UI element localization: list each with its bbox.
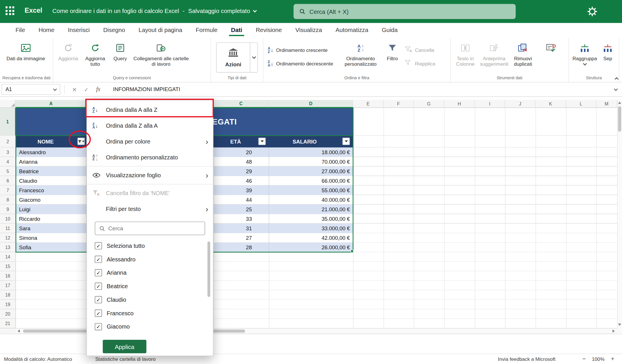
cell-salary[interactable]: 26.000,00 € [269, 243, 353, 252]
row-header-1[interactable]: 1 [0, 108, 16, 135]
formula-content[interactable]: INFORMAZIONI IMPIEGATI [113, 86, 180, 93]
column-header-l[interactable]: L [566, 100, 596, 108]
formula-bar-expand-icon[interactable] [614, 87, 618, 91]
filter-button[interactable]: Filtro [382, 40, 403, 63]
cell-name[interactable]: Sofia [16, 243, 87, 252]
row-header-4[interactable]: 4 [0, 157, 16, 167]
row-header-15[interactable]: 15 [0, 262, 16, 271]
filter-search-input[interactable] [108, 225, 201, 231]
row-header-6[interactable]: 6 [0, 176, 16, 186]
cell-name[interactable]: Claudio [16, 176, 87, 186]
filter-option[interactable]: ✓ Beatrice [87, 280, 213, 293]
cell-age[interactable]: 48 [213, 157, 269, 167]
row-header-14[interactable]: 14 [0, 252, 16, 262]
column-header-m[interactable]: M [596, 100, 617, 108]
cell-age[interactable]: 27 [213, 233, 269, 243]
flash-fill-button[interactable]: Anteprima suggerimenti [478, 40, 510, 69]
filter-option[interactable]: ✓ Arianna [87, 266, 213, 280]
column-header-k[interactable]: K [535, 100, 566, 108]
confirm-entry-icon[interactable]: ✓ [80, 86, 92, 93]
menu-item-clear-filter[interactable]: Cancella filtro da 'NOME' [87, 185, 213, 201]
ribbon-tab-disegno[interactable]: Disegno [97, 23, 132, 37]
cell-age[interactable]: 29 [213, 167, 269, 176]
workbook-stats-button[interactable]: Statistiche cartella di lavoro [95, 357, 155, 362]
column-header-d[interactable]: D [269, 100, 353, 108]
header-cell-salario[interactable]: SALARIO [269, 135, 341, 147]
document-title[interactable]: Come ordinare i dati in un foglio di cal… [52, 7, 256, 14]
column-header-a[interactable]: A [16, 100, 87, 108]
column-header-j[interactable]: J [505, 100, 535, 108]
sort-ascending-button[interactable]: AZ↓ Ordinamento crescente [265, 45, 339, 55]
menu-item-sort-by-color[interactable]: Ordina per colore › [87, 134, 213, 150]
row-header-3[interactable]: 3 [0, 148, 16, 157]
vertical-scroll-thumb[interactable] [618, 106, 621, 132]
cell-salary[interactable]: 42.000,00 € [269, 233, 353, 243]
custom-sort-button[interactable]: AZ ↑↓ Ordinamento personalizzato [339, 40, 382, 69]
data-types-gallery[interactable]: Azioni [216, 42, 258, 73]
filter-option-select-all[interactable]: ✓ Seleziona tutto [87, 239, 213, 253]
cell-age[interactable]: 31 [213, 224, 269, 233]
ribbon-tab-layout[interactable]: Layout di pagina [132, 23, 189, 37]
zoom-level[interactable]: 100% [592, 357, 604, 362]
remove-duplicates-button[interactable]: Rimuovi duplicati [510, 40, 536, 69]
ribbon-tab-automatizza[interactable]: Automatizza [329, 23, 375, 37]
column-header-i[interactable]: I [475, 100, 505, 108]
header-cell-eta[interactable]: ETÀ [213, 135, 258, 147]
data-validation-button[interactable] [536, 40, 567, 58]
ribbon-tab-visualizza[interactable]: Visualizza [289, 23, 329, 37]
menu-item-sort-az[interactable]: AZ↓ Ordina dalla A alla Z [87, 102, 213, 118]
row-header-11[interactable]: 11 [0, 224, 16, 233]
row-header-12[interactable]: 12 [0, 233, 16, 243]
cell-salary[interactable]: 18.000,00 € [269, 148, 353, 157]
column-header-c[interactable]: C [213, 100, 269, 108]
menu-item-sort-za[interactable]: ZA↓ Ordina dalla Z alla A [87, 118, 213, 134]
header-cell-nome[interactable]: NOME [16, 135, 75, 147]
workbook-links-button[interactable]: Collegamenti alle cartelle di lavoro [131, 40, 191, 69]
cell-age[interactable]: 28 [213, 243, 269, 252]
vertical-scrollbar[interactable] [617, 100, 622, 328]
row-header-17[interactable]: 17 [0, 281, 16, 290]
ribbon-tab-inserisci[interactable]: Inserisci [61, 23, 96, 37]
menu-item-custom-sort[interactable]: AZ↑↓ Ordinamento personalizzato [87, 150, 213, 165]
zoom-out-button[interactable]: − [582, 355, 586, 362]
ribbon-tab-home[interactable]: Home [32, 23, 61, 37]
filter-dropdown-eta[interactable] [258, 137, 266, 145]
row-header-20[interactable]: 20 [0, 309, 16, 319]
cell-salary[interactable]: 21.000,00 € [269, 205, 353, 214]
ribbon-tab-formule[interactable]: Formule [189, 23, 224, 37]
cell-name[interactable]: Simona [16, 233, 87, 243]
menu-item-text-filters[interactable]: Filtri per testo › [87, 201, 213, 217]
row-header-2[interactable]: 2 [0, 135, 16, 147]
settings-gear-icon[interactable] [587, 6, 597, 17]
search-input[interactable]: Cerca (Alt + X) [294, 4, 516, 19]
cell-name[interactable]: Riccardo [16, 214, 87, 224]
cell-age[interactable]: 20 [213, 148, 269, 157]
row-header-18[interactable]: 18 [0, 290, 16, 300]
column-header-f[interactable]: F [384, 100, 414, 108]
ribbon-tab-guida[interactable]: Guida [375, 23, 405, 37]
app-launcher-icon[interactable] [5, 6, 16, 17]
cell-name[interactable]: Luigi [16, 205, 87, 214]
filter-option[interactable]: ✓ Giacomo [87, 320, 213, 333]
text-to-columns-button[interactable]: Testo in Colonne [453, 40, 478, 69]
menu-scroll-thumb[interactable] [207, 242, 210, 297]
filter-dropdown-salario[interactable] [342, 137, 350, 145]
cell-name[interactable]: Giacomo [16, 195, 87, 205]
cell-salary[interactable]: 66.000,00 € [269, 176, 353, 186]
cell-salary[interactable]: 70.000,00 € [269, 157, 353, 167]
data-types-dropdown[interactable] [250, 43, 258, 72]
row-header-10[interactable]: 10 [0, 214, 16, 224]
fill-handle[interactable] [351, 250, 354, 253]
row-header-5[interactable]: 5 [0, 167, 16, 176]
refresh-all-button[interactable]: Aggiorna tutto [81, 40, 109, 69]
cell-age[interactable]: 33 [213, 214, 269, 224]
zoom-in-button[interactable]: + [611, 355, 614, 362]
cell-salary[interactable]: 33.000,00 € [269, 224, 353, 233]
sort-descending-button[interactable]: ZA↓ Ordinamento decrescente [265, 59, 339, 69]
row-header-21[interactable]: 21 [0, 319, 16, 328]
row-header-8[interactable]: 8 [0, 195, 16, 205]
cell-salary[interactable]: 55.000,00 € [269, 186, 353, 195]
cell-age[interactable]: 44 [213, 195, 269, 205]
cell-salary[interactable]: 27.000,00 € [269, 167, 353, 176]
data-from-picture-button[interactable]: Dati da immagine [2, 40, 50, 63]
